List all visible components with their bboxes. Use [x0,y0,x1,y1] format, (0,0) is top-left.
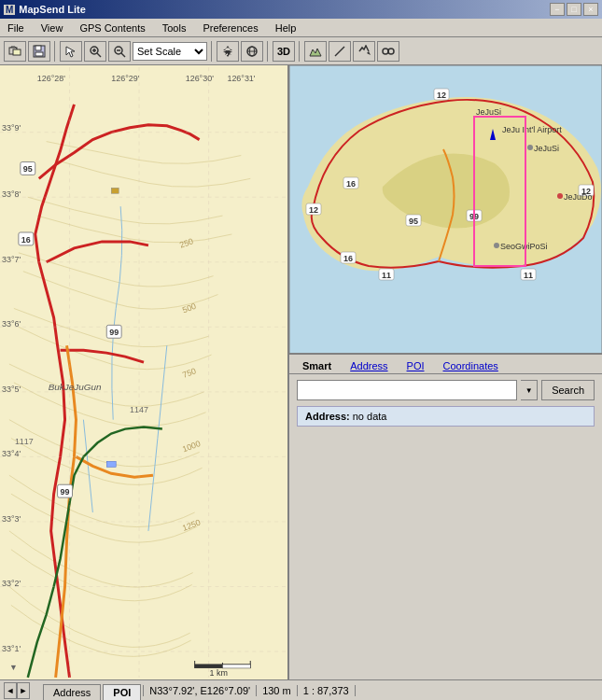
svg-text:11: 11 [382,271,391,280]
svg-text:BukJeJuGun: BukJeJuGun [49,382,102,392]
svg-rect-4 [35,52,43,56]
tab-smart[interactable]: Smart [297,358,337,373]
svg-text:99: 99 [109,328,119,337]
open-button[interactable] [4,41,26,62]
svg-text:1147: 1147 [130,405,148,414]
search-button[interactable]: Search [541,380,595,400]
tab-address[interactable]: Address [344,358,393,373]
menu-file[interactable]: File [4,21,28,35]
svg-text:12: 12 [309,205,318,215]
nav-left[interactable]: ◄ [4,682,17,699]
svg-text:33°9': 33°9' [2,123,21,133]
svg-text:33°8': 33°8' [2,189,21,199]
sep4 [299,41,301,62]
status-scale: 1 : 87,373 [298,685,356,696]
zoom-out-button[interactable] [108,41,131,62]
svg-line-10 [121,53,125,57]
app-title: MapSend Lite [19,4,86,15]
svg-text:JeJuSi: JeJuSi [476,107,501,117]
address-result: Address: no data [297,406,595,427]
app-icon: M [4,5,15,15]
search-panel: Smart Address POI Coordinates ▼ Search A… [289,355,602,679]
bottom-tab-poi[interactable]: POI [103,684,141,701]
svg-text:33°3': 33°3' [2,514,21,524]
globe-button[interactable] [241,41,263,62]
svg-text:126°31': 126°31' [227,74,255,83]
menu-gps-contents[interactable]: GPS Contents [76,21,148,35]
svg-text:126°30': 126°30' [186,74,214,83]
svg-text:33°1': 33°1' [2,644,21,653]
svg-rect-22 [0,67,287,678]
maximize-button[interactable]: □ [567,3,581,16]
3d-button[interactable]: 3D [273,41,295,62]
minimize-button[interactable]: − [550,3,565,16]
overview-map[interactable]: 12 12 12 11 11 16 16 95 99 [289,65,602,355]
svg-text:95: 95 [409,217,418,226]
address-value: no data [353,411,387,422]
search-row: ▼ Search [289,374,602,406]
svg-line-16 [335,54,337,56]
tab-bar: Address POI [34,680,143,701]
svg-point-95 [527,145,533,150]
svg-text:99: 99 [61,487,70,497]
svg-line-6 [97,53,101,57]
svg-text:JeJuDo: JeJuDo [564,192,593,202]
svg-text:JeJuSi: JeJuSi [534,144,559,153]
arrow-tool[interactable] [60,41,82,62]
svg-text:16: 16 [343,254,353,263]
toolbar: Set Scale1:10,0001:25,0001:50,0001:100,0… [0,37,602,65]
svg-text:33°6': 33°6' [2,319,21,329]
menubar: File View GPS Contents Tools Preferences… [0,19,602,37]
nav-arrows[interactable]: ◄ ► [0,682,34,699]
titlebar: M MapSend Lite − □ × [0,0,602,19]
save-button[interactable] [28,41,50,62]
overview-svg: 12 12 12 11 11 16 16 95 99 [289,65,602,355]
svg-rect-64 [111,188,119,193]
right-panel: 12 12 12 11 11 16 16 95 99 [289,65,602,679]
zoom-in-button[interactable] [84,41,106,62]
measure-button[interactable] [329,41,351,62]
svg-text:SeoGwiPoSi: SeoGwiPoSi [500,242,548,251]
svg-text:11: 11 [524,271,533,280]
scale-select[interactable]: Set Scale1:10,0001:25,0001:50,0001:100,0… [133,42,207,61]
menu-tools[interactable]: Tools [159,21,190,35]
pan-button[interactable] [217,41,239,62]
svg-text:1117: 1117 [15,437,34,446]
tab-poi[interactable]: POI [401,358,430,373]
search-dropdown-button[interactable]: ▼ [521,380,538,400]
svg-text:33°7': 33°7' [2,255,21,264]
menu-help[interactable]: Help [272,21,301,35]
tab-coordinates[interactable]: Coordinates [438,358,504,373]
svg-text:12: 12 [437,91,446,100]
svg-text:95: 95 [23,164,33,174]
search-input[interactable] [297,380,517,400]
statusbar: ◄ ► Address POI N33°7.92', E126°7.09' 13… [0,679,602,700]
terrain-button[interactable] [304,41,327,62]
map-left[interactable]: 33°9' 33°8' 33°7' 33°6' 33°5' 33°4' 33°3… [0,65,289,679]
titlebar-left: M MapSend Lite [4,4,86,15]
svg-text:▼: ▼ [9,663,18,672]
search-tabs: Smart Address POI Coordinates [289,355,602,374]
svg-text:33°5': 33°5' [2,385,21,394]
bottom-tab-address[interactable]: Address [43,684,101,701]
svg-rect-1 [13,49,21,55]
gps-track-button[interactable] [353,41,375,62]
svg-text:126°28': 126°28' [37,74,65,83]
svg-point-99 [494,243,499,248]
binoculars-button[interactable] [377,41,399,62]
svg-rect-65 [106,461,116,467]
svg-rect-3 [35,46,41,50]
menu-preferences[interactable]: Preferences [199,21,261,35]
scale-combo[interactable]: Set Scale1:10,0001:25,0001:50,0001:100,0… [133,42,207,61]
svg-text:16: 16 [346,179,356,189]
menu-view[interactable]: View [37,21,67,35]
address-label: Address: [305,411,350,422]
svg-rect-21 [387,50,389,52]
titlebar-controls[interactable]: − □ × [550,3,598,16]
nav-right[interactable]: ► [17,682,30,699]
status-coordinates: N33°7.92', E126°7.09' [144,685,257,696]
status-distance: 130 m [257,685,298,696]
svg-marker-18 [367,51,371,55]
close-button[interactable]: × [583,3,598,16]
main-content: 33°9' 33°8' 33°7' 33°6' 33°5' 33°4' 33°3… [0,65,602,679]
